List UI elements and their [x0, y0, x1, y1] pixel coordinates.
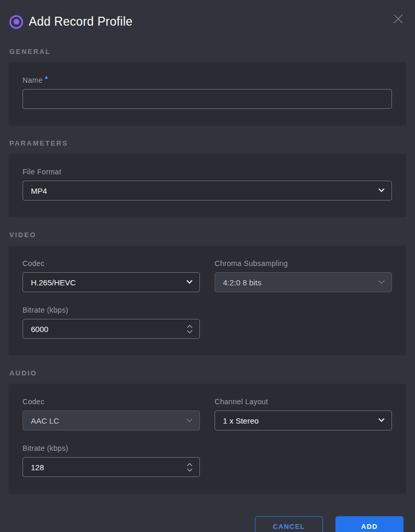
- dialog-header: Add Record Profile: [0, 0, 415, 34]
- video-codec-field: Codec H.265/HEVC: [23, 259, 200, 292]
- name-input[interactable]: [23, 89, 392, 109]
- audio-bitrate-value: 128: [31, 463, 44, 472]
- channel-layout-label: Channel Layout: [215, 397, 392, 406]
- video-bitrate-value: 6000: [31, 325, 48, 334]
- chevron-down-icon: [378, 416, 384, 422]
- section-general-card: Name: [8, 62, 406, 126]
- video-codec-select[interactable]: H.265/HEVC: [23, 272, 200, 292]
- section-audio-card: Codec AAC LC Channel Layout 1 x Stereo B…: [8, 384, 406, 494]
- file-format-value: MP4: [31, 186, 47, 195]
- audio-bitrate-label: Bitrate (kbps): [23, 444, 200, 452]
- chevron-down-icon: [378, 186, 384, 192]
- file-format-label: File Format: [23, 168, 392, 176]
- close-icon[interactable]: [392, 13, 405, 25]
- audio-codec-label: Codec: [23, 397, 200, 406]
- chroma-subsampling-value: 4:2:0 8 bits: [223, 278, 261, 287]
- dialog-footer: CANCEL ADD: [0, 516, 403, 532]
- section-general: GENERAL Name: [8, 48, 406, 126]
- channel-layout-field: Channel Layout 1 x Stereo: [215, 397, 392, 430]
- required-marker: [45, 76, 48, 79]
- video-bitrate-input[interactable]: 6000: [23, 319, 200, 339]
- channel-layout-select[interactable]: 1 x Stereo: [215, 411, 392, 430]
- name-label: Name: [23, 76, 392, 84]
- video-bitrate-label: Bitrate (kbps): [23, 306, 200, 314]
- stepper-icon[interactable]: [188, 464, 192, 471]
- audio-codec-select: AAC LC: [23, 411, 200, 430]
- chroma-subsampling-select: 4:2:0 8 bits: [215, 272, 392, 292]
- name-label-text: Name: [23, 76, 43, 84]
- cancel-button[interactable]: CANCEL: [255, 516, 323, 532]
- audio-bitrate-input[interactable]: 128: [23, 457, 200, 477]
- chevron-down-icon: [186, 416, 192, 422]
- record-icon: [9, 15, 23, 29]
- channel-layout-value: 1 x Stereo: [223, 416, 259, 425]
- video-codec-value: H.265/HEVC: [31, 278, 76, 287]
- audio-bitrate-field: Bitrate (kbps) 128: [23, 444, 200, 477]
- file-format-select[interactable]: MP4: [23, 181, 392, 201]
- section-video-label: VIDEO: [9, 231, 406, 239]
- section-video: VIDEO Codec H.265/HEVC Chroma Subsamplin…: [8, 231, 406, 356]
- section-audio-label: AUDIO: [9, 369, 406, 377]
- chevron-down-icon: [186, 278, 192, 284]
- section-parameters-label: PARAMETERS: [9, 139, 406, 147]
- section-parameters-card: File Format MP4: [8, 154, 406, 217]
- chroma-subsampling-label: Chroma Subsampling: [215, 259, 392, 268]
- chroma-subsampling-field: Chroma Subsampling 4:2:0 8 bits: [215, 259, 392, 292]
- video-codec-label: Codec: [23, 259, 200, 268]
- record-icon-dot: [14, 19, 19, 25]
- section-parameters: PARAMETERS File Format MP4: [8, 139, 406, 217]
- section-audio: AUDIO Codec AAC LC Channel Layout 1 x St…: [8, 369, 406, 494]
- add-button[interactable]: ADD: [335, 516, 403, 532]
- audio-codec-value: AAC LC: [31, 416, 59, 425]
- dialog-title: Add Record Profile: [29, 15, 132, 29]
- video-bitrate-field: Bitrate (kbps) 6000: [23, 306, 200, 339]
- audio-codec-field: Codec AAC LC: [23, 397, 200, 430]
- section-general-label: GENERAL: [9, 48, 406, 56]
- section-video-card: Codec H.265/HEVC Chroma Subsampling 4:2:…: [8, 246, 406, 356]
- stepper-icon[interactable]: [188, 326, 192, 332]
- chevron-down-icon: [378, 278, 384, 284]
